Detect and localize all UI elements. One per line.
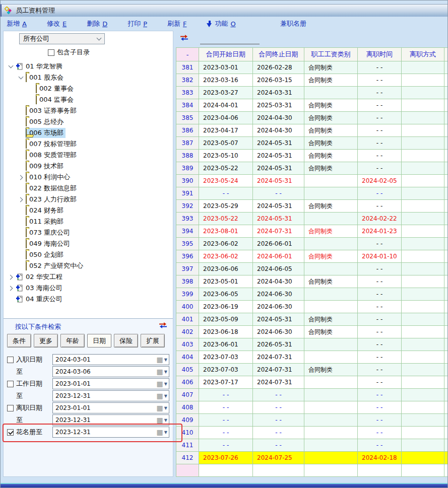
table-row[interactable]: 3972023-06-062024-06-05- - bbox=[176, 263, 448, 275]
data-cell[interactable]: 2024-07-31 bbox=[253, 376, 304, 389]
data-cell[interactable] bbox=[444, 124, 448, 137]
data-cell[interactable]: - - bbox=[358, 162, 402, 175]
data-cell[interactable]: 合同制类 bbox=[304, 162, 358, 175]
data-cell[interactable] bbox=[444, 150, 448, 162]
data-cell[interactable]: 2024-06-30 bbox=[253, 326, 304, 338]
table-row[interactable]: 3872023-05-072024-05-31合同制类- - bbox=[176, 137, 448, 150]
field-checkbox[interactable] bbox=[7, 357, 14, 363]
tree-item-03[interactable]: 03 海南公司 bbox=[7, 283, 173, 294]
tree-expander-icon[interactable] bbox=[17, 77, 25, 79]
data-cell[interactable]: 2023-05-22 bbox=[199, 213, 253, 225]
data-cell[interactable]: 2023-06-06 bbox=[199, 263, 253, 275]
search-tab-保险[interactable]: 保险 bbox=[114, 334, 138, 347]
data-cell[interactable]: - - bbox=[253, 427, 304, 439]
data-cell[interactable] bbox=[444, 364, 448, 376]
data-cell[interactable]: 2023-06-01 bbox=[199, 338, 253, 351]
data-cell[interactable]: 2025-03-31 bbox=[253, 99, 304, 112]
data-cell[interactable]: - - bbox=[358, 288, 402, 301]
data-cell[interactable]: - - bbox=[253, 401, 304, 414]
data-cell[interactable] bbox=[444, 74, 448, 87]
data-cell[interactable]: - - bbox=[358, 364, 402, 376]
row-number-cell[interactable]: 394 bbox=[176, 225, 199, 238]
data-cell[interactable] bbox=[358, 464, 402, 477]
data-cell[interactable] bbox=[444, 99, 448, 112]
data-cell[interactable]: - - bbox=[253, 439, 304, 452]
table-row[interactable]: 3852023-04-062024-04-30合同制类- - bbox=[176, 112, 448, 124]
tree-item-001[interactable]: 001 股东会 bbox=[7, 72, 173, 83]
data-cell[interactable]: 2023-05-22 bbox=[199, 162, 253, 175]
calendar-picker-button[interactable]: ▦ ▼ bbox=[157, 392, 167, 399]
data-cell[interactable]: - - bbox=[358, 376, 402, 389]
data-cell[interactable] bbox=[304, 87, 358, 99]
table-row[interactable]: 4052023-07-032024-07-31合同制类- - bbox=[176, 364, 448, 376]
data-cell[interactable] bbox=[444, 351, 448, 364]
data-cell[interactable]: 2024-07-31 bbox=[253, 225, 304, 238]
toolbar-button-F[interactable]: 刷新F bbox=[167, 19, 186, 28]
table-row[interactable]: 3862023-04-172024-04-30合同制类- - bbox=[176, 124, 448, 137]
data-cell[interactable] bbox=[402, 213, 444, 225]
data-cell[interactable]: 2023-07-03 bbox=[199, 351, 253, 364]
date-input[interactable]: 2023-12-31 ▦ ▼ bbox=[52, 427, 169, 438]
table-row[interactable]: 3902023-05-242024-05-312024-02-05 bbox=[176, 175, 448, 187]
data-cell[interactable]: 2024-05-31 bbox=[253, 213, 304, 225]
data-cell[interactable]: - - bbox=[358, 338, 402, 351]
data-cell[interactable]: 2024-04-30 bbox=[253, 112, 304, 124]
tree-item-010[interactable]: 010 利润中心 bbox=[7, 172, 173, 183]
data-cell[interactable] bbox=[402, 275, 444, 288]
data-cell[interactable] bbox=[402, 464, 444, 477]
data-cell[interactable]: - - bbox=[199, 187, 253, 200]
data-cell[interactable]: 2024-07-31 bbox=[253, 351, 304, 364]
table-row[interactable]: 4002023-06-192024-06-30- - bbox=[176, 301, 448, 313]
data-cell[interactable] bbox=[402, 401, 444, 414]
row-number-cell[interactable]: 389 bbox=[176, 162, 199, 175]
data-cell[interactable] bbox=[304, 288, 358, 301]
calendar-picker-button[interactable]: ▦ ▼ bbox=[157, 429, 167, 436]
date-input[interactable]: 2024-03-06 ▦ ▼ bbox=[52, 366, 169, 377]
calendar-picker-button[interactable]: ▦ ▼ bbox=[157, 380, 167, 387]
data-cell[interactable]: 2026-03-15 bbox=[253, 74, 304, 87]
data-cell[interactable] bbox=[402, 452, 444, 464]
data-cell[interactable] bbox=[444, 213, 448, 225]
data-cell[interactable]: 2023-05-29 bbox=[199, 200, 253, 213]
row-number-cell[interactable]: 390 bbox=[176, 175, 199, 187]
data-cell[interactable] bbox=[402, 187, 444, 200]
row-number-cell[interactable]: 392 bbox=[176, 200, 199, 213]
tree-item-04[interactable]: 04 重庆公司 bbox=[7, 294, 173, 305]
data-cell[interactable] bbox=[402, 376, 444, 389]
data-cell[interactable] bbox=[402, 338, 444, 351]
data-cell[interactable]: 2023-05-09 bbox=[199, 313, 253, 326]
data-cell[interactable]: 2023-04-06 bbox=[199, 112, 253, 124]
data-cell[interactable]: 2023-04-17 bbox=[199, 124, 253, 137]
table-row[interactable]: 410- -- -- - bbox=[176, 427, 448, 439]
row-number-cell[interactable]: 403 bbox=[176, 338, 199, 351]
data-cell[interactable] bbox=[402, 150, 444, 162]
table-row[interactable]: 3842024-04-012025-03-31合同制类- - bbox=[176, 99, 448, 112]
data-cell[interactable] bbox=[402, 301, 444, 313]
table-row[interactable]: 391- -- -- - bbox=[176, 187, 448, 200]
data-cell[interactable]: - - bbox=[199, 389, 253, 401]
data-cell[interactable] bbox=[304, 175, 358, 187]
data-cell[interactable] bbox=[304, 401, 358, 414]
data-cell[interactable]: 2023-05-24 bbox=[199, 175, 253, 187]
tree-item-003[interactable]: 003 证券事务部 bbox=[7, 105, 173, 116]
table-row[interactable]: 3832023-03-272024-03-31- - bbox=[176, 87, 448, 99]
row-number-cell[interactable]: 407 bbox=[176, 389, 199, 401]
search-tab-扩展[interactable]: 扩展 bbox=[141, 334, 165, 347]
row-number-cell[interactable]: 411 bbox=[176, 439, 199, 452]
data-cell[interactable] bbox=[253, 464, 304, 477]
table-row[interactable]: 4042023-07-032024-07-31- - bbox=[176, 351, 448, 364]
data-cell[interactable]: 合同制类 bbox=[304, 313, 358, 326]
table-row[interactable]: 3952023-06-022026-06-01- - bbox=[176, 238, 448, 250]
data-cell[interactable]: - - bbox=[358, 301, 402, 313]
data-cell[interactable] bbox=[402, 162, 444, 175]
data-cell[interactable] bbox=[304, 238, 358, 250]
row-number-cell[interactable]: 404 bbox=[176, 351, 199, 364]
data-cell[interactable]: 2023-06-02 bbox=[199, 250, 253, 263]
tree-item-052[interactable]: 052 产业研究中心 bbox=[7, 260, 173, 271]
data-cell[interactable]: 2024-05-31 bbox=[253, 150, 304, 162]
data-cell[interactable] bbox=[444, 238, 448, 250]
row-number-cell[interactable]: 382 bbox=[176, 74, 199, 87]
data-cell[interactable] bbox=[444, 464, 448, 477]
data-cell[interactable]: - - bbox=[358, 401, 402, 414]
toolbar-button-D[interactable]: 删除D bbox=[87, 19, 107, 28]
